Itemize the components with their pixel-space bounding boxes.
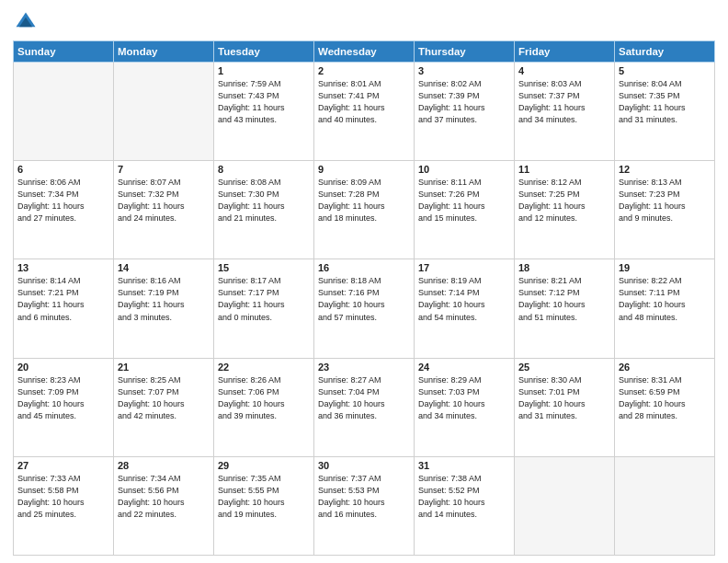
day-detail: Sunrise: 8:11 AM Sunset: 7:26 PM Dayligh… [418,177,510,224]
day-number: 28 [118,460,210,471]
day-number: 19 [619,262,711,273]
calendar-day-header: Saturday [615,41,715,63]
day-detail: Sunrise: 8:04 AM Sunset: 7:35 PM Dayligh… [619,78,711,126]
day-number: 9 [318,164,410,175]
day-detail: Sunrise: 7:37 AM Sunset: 5:53 PM Dayligh… [318,473,410,521]
day-number: 27 [17,460,109,471]
calendar-cell: 3Sunrise: 8:02 AM Sunset: 7:39 PM Daylig… [415,63,515,161]
day-detail: Sunrise: 8:22 AM Sunset: 7:11 PM Dayligh… [619,275,711,323]
day-number: 6 [17,164,109,175]
header [13,9,715,35]
logo-icon [13,9,39,35]
day-number: 7 [118,164,210,175]
calendar-week-row: 13Sunrise: 8:14 AM Sunset: 7:21 PM Dayli… [14,259,715,358]
calendar-day-header: Wednesday [314,41,415,63]
day-detail: Sunrise: 8:26 AM Sunset: 7:06 PM Dayligh… [218,374,310,422]
calendar-cell: 24Sunrise: 8:29 AM Sunset: 7:03 PM Dayli… [415,358,515,456]
day-number: 23 [318,362,410,373]
day-detail: Sunrise: 7:38 AM Sunset: 5:52 PM Dayligh… [418,473,510,521]
day-number: 20 [17,362,109,373]
calendar-cell: 9Sunrise: 8:09 AM Sunset: 7:28 PM Daylig… [314,161,415,259]
day-detail: Sunrise: 8:02 AM Sunset: 7:39 PM Dayligh… [418,78,510,126]
calendar-week-row: 27Sunrise: 7:33 AM Sunset: 5:58 PM Dayli… [14,456,715,555]
calendar-day-header: Tuesday [214,41,314,63]
calendar-week-row: 6Sunrise: 8:06 AM Sunset: 7:34 PM Daylig… [14,161,715,259]
calendar-cell: 11Sunrise: 8:12 AM Sunset: 7:25 PM Dayli… [515,161,615,259]
day-detail: Sunrise: 8:30 AM Sunset: 7:01 PM Dayligh… [518,374,610,422]
day-number: 1 [218,65,310,76]
day-detail: Sunrise: 7:59 AM Sunset: 7:43 PM Dayligh… [218,78,310,126]
calendar-cell: 10Sunrise: 8:11 AM Sunset: 7:26 PM Dayli… [415,161,515,259]
page: SundayMondayTuesdayWednesdayThursdayFrid… [0,0,728,563]
calendar-cell: 27Sunrise: 7:33 AM Sunset: 5:58 PM Dayli… [14,456,114,555]
day-detail: Sunrise: 8:31 AM Sunset: 6:59 PM Dayligh… [619,374,711,422]
calendar-cell: 17Sunrise: 8:19 AM Sunset: 7:14 PM Dayli… [415,259,515,358]
day-number: 17 [418,262,510,273]
day-number: 3 [418,65,510,76]
day-number: 14 [118,262,210,273]
day-detail: Sunrise: 8:25 AM Sunset: 7:07 PM Dayligh… [118,374,210,422]
calendar-cell: 20Sunrise: 8:23 AM Sunset: 7:09 PM Dayli… [14,358,114,456]
calendar-cell: 7Sunrise: 8:07 AM Sunset: 7:32 PM Daylig… [114,161,214,259]
calendar-cell: 1Sunrise: 7:59 AM Sunset: 7:43 PM Daylig… [214,63,314,161]
day-number: 22 [218,362,310,373]
day-number: 12 [619,164,711,175]
calendar-cell: 2Sunrise: 8:01 AM Sunset: 7:41 PM Daylig… [314,63,415,161]
day-detail: Sunrise: 8:01 AM Sunset: 7:41 PM Dayligh… [318,78,410,126]
calendar-header-row: SundayMondayTuesdayWednesdayThursdayFrid… [14,41,715,63]
calendar-week-row: 20Sunrise: 8:23 AM Sunset: 7:09 PM Dayli… [14,358,715,456]
day-detail: Sunrise: 8:19 AM Sunset: 7:14 PM Dayligh… [418,275,510,323]
day-detail: Sunrise: 7:33 AM Sunset: 5:58 PM Dayligh… [17,473,109,521]
calendar-cell: 6Sunrise: 8:06 AM Sunset: 7:34 PM Daylig… [14,161,114,259]
calendar-cell: 23Sunrise: 8:27 AM Sunset: 7:04 PM Dayli… [314,358,415,456]
day-detail: Sunrise: 8:23 AM Sunset: 7:09 PM Dayligh… [17,374,109,422]
calendar-cell: 29Sunrise: 7:35 AM Sunset: 5:55 PM Dayli… [214,456,314,555]
calendar-table: SundayMondayTuesdayWednesdayThursdayFrid… [13,40,715,556]
calendar-cell: 25Sunrise: 8:30 AM Sunset: 7:01 PM Dayli… [515,358,615,456]
calendar-cell: 26Sunrise: 8:31 AM Sunset: 6:59 PM Dayli… [615,358,715,456]
day-number: 8 [218,164,310,175]
calendar-day-header: Sunday [14,41,114,63]
calendar-cell: 16Sunrise: 8:18 AM Sunset: 7:16 PM Dayli… [314,259,415,358]
day-number: 4 [518,65,610,76]
day-number: 2 [318,65,410,76]
calendar-cell [114,63,214,161]
calendar-day-header: Thursday [415,41,515,63]
calendar-cell: 30Sunrise: 7:37 AM Sunset: 5:53 PM Dayli… [314,456,415,555]
day-number: 10 [418,164,510,175]
day-detail: Sunrise: 7:34 AM Sunset: 5:56 PM Dayligh… [118,473,210,521]
calendar-cell: 18Sunrise: 8:21 AM Sunset: 7:12 PM Dayli… [515,259,615,358]
day-number: 11 [518,164,610,175]
calendar-cell: 28Sunrise: 7:34 AM Sunset: 5:56 PM Dayli… [114,456,214,555]
day-number: 30 [318,460,410,471]
day-detail: Sunrise: 7:35 AM Sunset: 5:55 PM Dayligh… [218,473,310,521]
calendar-cell: 21Sunrise: 8:25 AM Sunset: 7:07 PM Dayli… [114,358,214,456]
calendar-cell: 14Sunrise: 8:16 AM Sunset: 7:19 PM Dayli… [114,259,214,358]
day-detail: Sunrise: 8:14 AM Sunset: 7:21 PM Dayligh… [17,275,109,323]
calendar-cell: 4Sunrise: 8:03 AM Sunset: 7:37 PM Daylig… [515,63,615,161]
day-detail: Sunrise: 8:13 AM Sunset: 7:23 PM Dayligh… [619,177,711,224]
calendar-week-row: 1Sunrise: 7:59 AM Sunset: 7:43 PM Daylig… [14,63,715,161]
calendar-cell: 5Sunrise: 8:04 AM Sunset: 7:35 PM Daylig… [615,63,715,161]
day-detail: Sunrise: 8:06 AM Sunset: 7:34 PM Dayligh… [17,177,109,224]
calendar-cell [14,63,114,161]
day-number: 15 [218,262,310,273]
day-detail: Sunrise: 8:12 AM Sunset: 7:25 PM Dayligh… [518,177,610,224]
day-number: 13 [17,262,109,273]
calendar-cell: 12Sunrise: 8:13 AM Sunset: 7:23 PM Dayli… [615,161,715,259]
day-number: 26 [619,362,711,373]
calendar-cell: 19Sunrise: 8:22 AM Sunset: 7:11 PM Dayli… [615,259,715,358]
day-detail: Sunrise: 8:08 AM Sunset: 7:30 PM Dayligh… [218,177,310,224]
day-detail: Sunrise: 8:21 AM Sunset: 7:12 PM Dayligh… [518,275,610,323]
day-detail: Sunrise: 8:27 AM Sunset: 7:04 PM Dayligh… [318,374,410,422]
calendar-cell: 31Sunrise: 7:38 AM Sunset: 5:52 PM Dayli… [415,456,515,555]
day-number: 21 [118,362,210,373]
day-detail: Sunrise: 8:16 AM Sunset: 7:19 PM Dayligh… [118,275,210,323]
day-detail: Sunrise: 8:29 AM Sunset: 7:03 PM Dayligh… [418,374,510,422]
calendar-day-header: Friday [515,41,615,63]
calendar-cell: 15Sunrise: 8:17 AM Sunset: 7:17 PM Dayli… [214,259,314,358]
day-number: 5 [619,65,711,76]
day-number: 18 [518,262,610,273]
calendar-cell: 8Sunrise: 8:08 AM Sunset: 7:30 PM Daylig… [214,161,314,259]
day-number: 29 [218,460,310,471]
